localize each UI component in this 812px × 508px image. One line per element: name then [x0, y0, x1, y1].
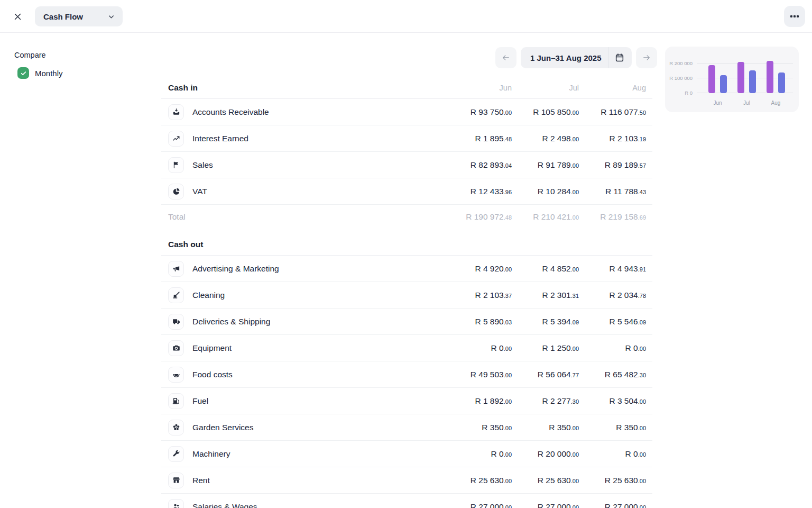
amount-cell: R 5 394.09 [512, 317, 579, 326]
report-picker-dropdown[interactable]: Cash Flow [35, 6, 123, 26]
table-row-fuel[interactable]: FuelR 1 892.00R 2 277.30R 3 504.00 [161, 388, 652, 414]
truck-icon [168, 314, 184, 330]
amount-cell: R 20 000.00 [512, 449, 579, 459]
amount-cell: R 89 189.57 [579, 160, 646, 170]
column-header-aug: Aug [579, 84, 646, 92]
flag-icon [168, 157, 184, 173]
section-header-cash-out: Cash out [161, 234, 652, 256]
amount-cell: R 4 943.91 [579, 264, 646, 274]
report-picker-label: Cash Flow [43, 12, 83, 21]
row-label: Advertising & Marketing [192, 264, 279, 274]
compare-label: Compare [14, 51, 46, 59]
close-button[interactable] [13, 12, 22, 21]
amount-cell: R 11 788.43 [579, 187, 646, 196]
mini-chart-x-tick-label: Jun [707, 100, 728, 106]
row-label: Deliveries & Shipping [192, 317, 270, 326]
amount-cell: R 25 630.00 [445, 476, 512, 485]
inbox-in-icon [168, 104, 184, 120]
trend-up-icon [168, 131, 184, 147]
amount-cell: R 1 895.48 [445, 134, 512, 143]
monthly-checkbox[interactable] [17, 67, 29, 79]
mini-chart-bar-cash-in-jun [708, 65, 715, 93]
amount-cell: R 56 064.77 [512, 370, 579, 379]
amount-cell: R 65 482.30 [579, 370, 646, 379]
date-range-button[interactable]: 1 Jun–31 Aug 2025 [521, 47, 632, 68]
previous-period-button[interactable] [495, 47, 516, 68]
table-row-cleaning[interactable]: CleaningR 2 103.37R 2 301.31R 2 034.78 [161, 282, 652, 309]
table-row-accounts-receivable[interactable]: Accounts ReceivableR 93 750.00R 105 850.… [161, 99, 652, 125]
mini-chart-x-tick-label: Aug [765, 100, 787, 106]
amount-cell: R 25 630.00 [512, 476, 579, 485]
check-icon [20, 70, 27, 77]
section-title: Cash in [168, 83, 445, 93]
monthly-checkbox-label: Monthly [35, 69, 63, 78]
amount-cell: R 2 103.37 [445, 291, 512, 300]
arrow-right-icon [642, 53, 651, 62]
row-label: Salaries & Wages [192, 502, 257, 508]
mini-chart: R 0R 100 000R 200 000JunJulAug [665, 47, 799, 112]
amount-cell: R 91 789.00 [512, 160, 579, 170]
table-row-deliveries-shipping[interactable]: Deliveries & ShippingR 5 890.03R 5 394.0… [161, 309, 652, 335]
amount-cell: R 27 000.00 [512, 502, 579, 508]
topbar: Cash Flow [0, 0, 812, 33]
total-row: TotalR 190 972.48R 210 421.00R 219 158.6… [161, 205, 652, 229]
next-period-button[interactable] [636, 47, 657, 68]
table-row-salaries-wages[interactable]: Salaries & WagesR 27 000.00R 27 000.00R … [161, 494, 652, 508]
amount-cell: R 3 504.00 [579, 396, 646, 406]
amount-cell: R 2 277.30 [512, 396, 579, 406]
row-label: Sales [192, 160, 213, 170]
amount-cell: R 0.00 [445, 449, 512, 459]
compare-option-monthly[interactable]: Monthly [17, 67, 63, 79]
total-amount-cell: R 190 972.48 [445, 212, 512, 222]
table-row-advertising-marketing[interactable]: Advertising & MarketingR 4 920.00R 4 852… [161, 256, 652, 282]
row-label: Rent [192, 476, 210, 485]
row-label: Food costs [192, 370, 233, 379]
melon-icon [168, 367, 184, 383]
users-icon [168, 499, 184, 508]
total-label: Total [168, 212, 186, 222]
mini-chart-y-tick-label: R 100 000 [668, 76, 693, 81]
amount-cell: R 5 890.03 [445, 317, 512, 326]
amount-cell: R 2 498.00 [512, 134, 579, 143]
amount-cell: R 0.00 [579, 449, 646, 459]
date-button-divider [608, 47, 608, 68]
table-row-interest-earned[interactable]: Interest EarnedR 1 895.48R 2 498.00R 2 1… [161, 125, 652, 152]
more-options-button[interactable] [784, 6, 805, 27]
amount-cell: R 2 301.31 [512, 291, 579, 300]
amount-cell: R 4 920.00 [445, 264, 512, 274]
amount-cell: R 350.00 [512, 423, 579, 432]
table-row-food-costs[interactable]: Food costsR 49 503.00R 56 064.77R 65 482… [161, 361, 652, 388]
mini-chart-bar-cash-out-jul [749, 70, 756, 93]
amount-cell: R 27 000.00 [579, 502, 646, 508]
fuel-pump-icon [168, 393, 184, 409]
table-row-vat[interactable]: VATR 12 433.96R 10 284.00R 11 788.43 [161, 178, 652, 205]
close-icon [13, 12, 22, 21]
row-label: Garden Services [192, 423, 253, 432]
mini-chart-bar-cash-in-aug [767, 61, 773, 93]
row-label: Machinery [192, 449, 230, 459]
amount-cell: R 82 893.04 [445, 160, 512, 170]
section-header-cash-in: Cash inJunJulAug [161, 77, 652, 99]
amount-cell: R 0.00 [445, 343, 512, 353]
row-label: Interest Earned [192, 134, 248, 143]
flower-icon [168, 420, 184, 436]
amount-cell: R 2 103.19 [579, 134, 646, 143]
mini-chart-bar-cash-in-jul [737, 62, 744, 93]
table-row-sales[interactable]: SalesR 82 893.04R 91 789.00R 89 189.57 [161, 152, 652, 178]
table-row-garden-services[interactable]: Garden ServicesR 350.00R 350.00R 350.00 [161, 414, 652, 441]
total-amount-cell: R 210 421.00 [512, 212, 579, 222]
date-navigation: 1 Jun–31 Aug 2025 [495, 47, 657, 68]
section-title: Cash out [168, 240, 445, 249]
table-row-machinery[interactable]: MachineryR 0.00R 20 000.00R 0.00 [161, 441, 652, 467]
row-label: Accounts Receivable [192, 107, 269, 117]
storefront-icon [168, 473, 184, 488]
amount-cell: R 1 250.00 [512, 343, 579, 353]
amount-cell: R 10 284.00 [512, 187, 579, 196]
table-row-rent[interactable]: RentR 25 630.00R 25 630.00R 25 630.00 [161, 467, 652, 494]
amount-cell: R 12 433.96 [445, 187, 512, 196]
mini-chart-y-tick-label: R 0 [668, 90, 693, 96]
table-row-equipment[interactable]: EquipmentR 0.00R 1 250.00R 0.00 [161, 335, 652, 361]
column-header-jul: Jul [512, 84, 579, 92]
megaphone-icon [168, 261, 184, 277]
mini-chart-x-tick-label: Jul [736, 100, 758, 106]
